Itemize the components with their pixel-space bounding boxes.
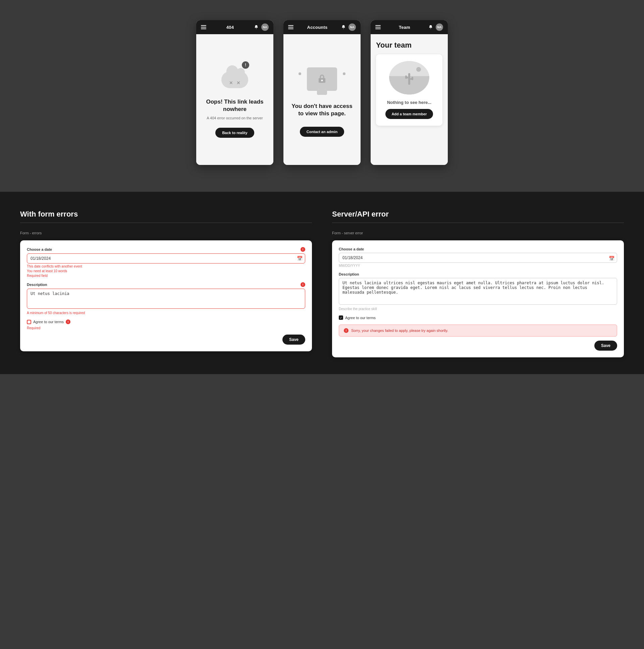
right-col: Server/API error Form - server error Cho…	[332, 210, 624, 357]
checkbox-required-text: Required	[27, 326, 305, 330]
form-label-errors: Form - errors	[20, 231, 312, 235]
bottom-section: With form errors Form - errors Choose a …	[0, 193, 644, 374]
contact-admin-button[interactable]: Contact an admin	[300, 127, 344, 137]
team-heading: Your team	[376, 41, 442, 50]
cactus-shape	[403, 72, 415, 88]
date-label-api: Choose a date	[339, 247, 364, 251]
team-empty-card: Nothing to see here... Add a team member	[376, 54, 442, 126]
date-error-msg-3: Required field	[27, 274, 305, 277]
header-accounts: Accounts NA	[283, 20, 361, 34]
calendar-icon-api: 📅	[609, 256, 614, 261]
api-error-message: Sorry, your changes failed to apply, ple…	[351, 329, 448, 333]
avatar-accounts: NA	[349, 24, 356, 31]
checkbox-label-errors: Agree to our terms	[33, 320, 64, 324]
save-button-api[interactable]: Save	[594, 341, 617, 351]
dot-left	[298, 73, 301, 75]
hamburger-icon-accounts[interactable]	[288, 25, 293, 29]
date-input-errors[interactable]	[27, 253, 305, 263]
desc-textarea-api[interactable]: Ut netus lacinia ultrices nisl egestas m…	[339, 278, 617, 305]
error-heading-accounts: You don't have access to view this page.	[290, 102, 354, 117]
date-field-group-errors: Choose a date ! 📅 This date conflicts wi…	[27, 247, 305, 277]
date-field-group-api: Choose a date 📅 MM/DD/YYYY	[339, 247, 617, 267]
body-404: ! ✕✕ Oops! This link leads nowhere A 404…	[196, 34, 273, 165]
desc-error-msg: A minimum of 50 characters is required	[27, 311, 305, 315]
hamburger-icon-team[interactable]	[375, 25, 381, 29]
save-button-errors[interactable]: Save	[282, 335, 305, 345]
date-input-api[interactable]	[339, 253, 617, 263]
panel-404: 404 NA ! ✕✕ Oops! This link leads nowher…	[196, 20, 273, 165]
body-team: Your team	[371, 34, 448, 165]
desc-label-api: Description	[339, 272, 359, 276]
dot-right	[343, 73, 346, 75]
desc-label: Description	[27, 283, 47, 287]
exclamation-badge: !	[242, 61, 249, 69]
checkbox-api[interactable]: ✓	[339, 315, 343, 320]
illustration-lock	[302, 62, 342, 96]
desc-textarea-errors[interactable]: Ut netus lacinia	[27, 289, 305, 309]
checkbox-group-errors: Agree to our terms ! Required	[27, 319, 305, 330]
bell-icon-team	[428, 25, 433, 30]
desc-field-group-errors: Description ! Ut netus lacinia A minimum…	[27, 282, 305, 315]
error-subtext-404: A 404 error occurred on the server	[207, 116, 263, 121]
desc-field-label-api: Description	[339, 272, 617, 276]
panel-team: Team NA Your team	[371, 20, 448, 165]
back-to-reality-button[interactable]: Back to reality	[215, 128, 254, 138]
illustration-desert	[389, 61, 429, 94]
date-placeholder-hint: MM/DD/YYYY	[339, 264, 617, 267]
desc-hint-api: Describe the practice skill	[339, 307, 617, 311]
sad-face: ✕✕	[229, 80, 241, 85]
header-404: 404 NA	[196, 20, 273, 34]
header-right-icons-404: NA	[254, 24, 269, 31]
section-divider-left	[20, 223, 312, 223]
form-errors-card: Choose a date ! 📅 This date conflicts wi…	[20, 241, 312, 351]
bell-icon-accounts	[341, 25, 346, 30]
monitor-shape	[307, 68, 337, 91]
desc-error-icon: !	[300, 282, 305, 287]
cloud-shape	[222, 72, 248, 88]
avatar-team: NA	[436, 24, 443, 31]
form-api-card: Choose a date 📅 MM/DD/YYYY Description U…	[332, 241, 624, 357]
date-field-label-api: Choose a date	[339, 247, 617, 251]
api-error-icon: !	[344, 328, 349, 333]
header-title-accounts: Accounts	[307, 25, 328, 30]
top-section: 404 NA ! ✕✕ Oops! This link leads nowher…	[0, 0, 644, 192]
checkbox-label-api: Agree to our terms	[345, 316, 376, 320]
checkbox-group-api: ✓ Agree to our terms	[339, 315, 617, 320]
date-error-msg-2: You need at least 10 words	[27, 269, 305, 273]
svg-rect-4	[405, 76, 407, 79]
date-label-text: Choose a date	[27, 247, 52, 251]
form-footer-api: Save	[339, 341, 617, 351]
bell-icon-404	[254, 25, 258, 30]
header-title-404: 404	[227, 25, 234, 30]
error-heading-404: Oops! This link leads nowhere	[203, 98, 267, 113]
calendar-icon-errors: 📅	[297, 256, 303, 261]
checkbox-info-icon: !	[66, 319, 71, 324]
date-label: Choose a date	[27, 247, 52, 251]
form-label-api: Form - server error	[332, 231, 624, 235]
header-right-icons-team: NA	[428, 24, 443, 31]
date-error-msg-1: This date conflicts with another event	[27, 264, 305, 268]
lock-icon	[317, 74, 327, 84]
section-divider-right	[332, 223, 624, 223]
avatar-404: NA	[261, 24, 269, 31]
svg-point-1	[321, 80, 323, 81]
api-error-section-title: Server/API error	[332, 210, 624, 219]
desc-field-label-errors: Description !	[27, 282, 305, 287]
header-team: Team NA	[371, 20, 448, 34]
body-accounts: You don't have access to view this page.…	[283, 34, 361, 165]
svg-rect-6	[411, 77, 413, 80]
checkbox-row-api: ✓ Agree to our terms	[339, 315, 617, 320]
desc-label-api-text: Description	[339, 272, 359, 276]
date-field-label-errors: Choose a date !	[27, 247, 305, 252]
checkbox-row-errors: Agree to our terms !	[27, 319, 305, 324]
illustration-404: ! ✕✕	[216, 61, 253, 91]
nothing-text: Nothing to see here...	[387, 100, 431, 105]
moon-shape	[416, 67, 421, 72]
panel-accounts: Accounts NA You	[283, 20, 361, 165]
left-col: With form errors Form - errors Choose a …	[20, 210, 312, 357]
add-team-member-button[interactable]: Add a team member	[386, 109, 433, 119]
svg-rect-2	[408, 73, 410, 85]
hamburger-icon[interactable]	[201, 25, 206, 29]
date-label-api-text: Choose a date	[339, 247, 364, 251]
checkbox-errors[interactable]	[27, 320, 31, 324]
